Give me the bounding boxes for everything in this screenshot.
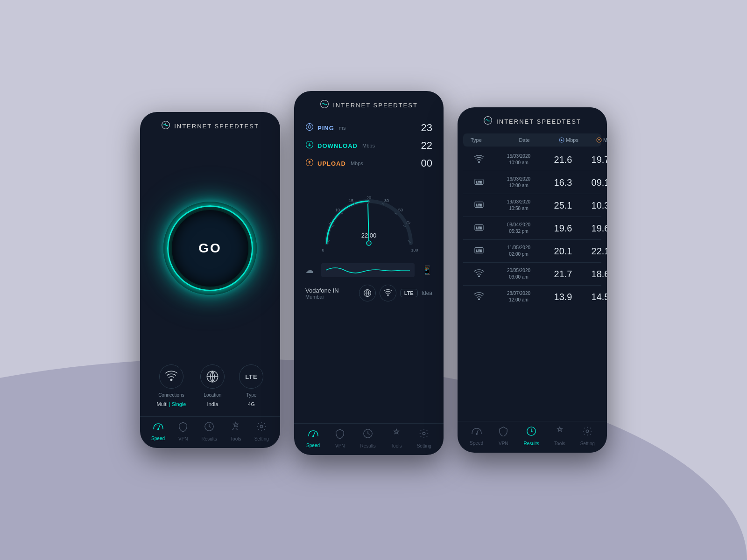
stats-section: PING ms 23 DOWNLOAD Mbps 22 (294, 115, 444, 178)
speedtest-icon-right (483, 116, 493, 127)
provider-info: Vodafone IN Mumbai (305, 287, 339, 300)
row-dl-4: 19.6 (544, 223, 582, 234)
nav-setting-right[interactable]: Setting (580, 426, 595, 446)
row-ul-7: 14.5 (582, 292, 607, 302)
table-header: Type Date Mbps Mbps (463, 133, 601, 147)
svg-point-53 (479, 298, 480, 300)
connections-item[interactable]: Connections Multi | Single (157, 364, 186, 407)
table-row[interactable]: LTE 16/03/202012:00 am 16.3 09.1 › (463, 171, 601, 194)
nav-setting-label-mid: Setting (417, 443, 431, 448)
nav-results-label-right: Results (524, 441, 539, 446)
phone-icon: 📱 (422, 265, 432, 275)
speedometer: 0 5 10 15 20 30 50 75 100 22.00 (294, 178, 444, 259)
type-item[interactable]: LTE Type 4G (239, 364, 263, 407)
table-row[interactable]: LTE 08/04/202005:32 pm 19.6 19.6 › (463, 217, 601, 240)
connections-value: Multi | Single (157, 401, 186, 407)
svg-text:LTE: LTE (476, 203, 481, 206)
svg-point-54 (476, 433, 478, 435)
connections-icon (159, 364, 183, 389)
svg-point-52 (479, 275, 480, 277)
nav-vpn-middle[interactable]: VPN (335, 428, 345, 448)
nav-tools-left[interactable]: Tools (230, 421, 241, 441)
nav-results-left[interactable]: Results (202, 421, 217, 441)
row-dl-7: 13.9 (544, 292, 582, 302)
nav-vpn-right[interactable]: VPN (498, 426, 508, 446)
upload-unit: Mbps (351, 161, 363, 166)
phone-middle: INTERNET SPEEDTEST PING ms 23 (294, 91, 444, 455)
nav-tools-right[interactable]: Tools (554, 426, 565, 446)
nav-tools-label-right: Tools (554, 441, 565, 446)
speed-icon-right (471, 427, 482, 439)
connections-label: Connections (158, 392, 184, 398)
col-upload: Mbps (587, 137, 607, 143)
results-icon-mid (363, 428, 373, 441)
table-row[interactable]: 20/05/202009:00 am 21.7 18.6 › (463, 263, 601, 286)
table-row[interactable]: 28/07/202012:00 am 13.9 14.5 › (463, 286, 601, 308)
location-value: India (207, 401, 218, 407)
row-type-1 (465, 154, 493, 165)
svg-point-37 (312, 435, 314, 437)
svg-point-39 (423, 432, 426, 435)
svg-text:30: 30 (384, 198, 389, 203)
ping-unit: ms (339, 125, 346, 131)
svg-point-9 (308, 126, 311, 128)
signal-section: ☁ 📱 (294, 259, 444, 281)
provider-idea: Idea (422, 290, 432, 296)
table-row[interactable]: LTE 11/05/202002:00 pm 20.1 22.1 › (463, 240, 601, 263)
nav-vpn-left[interactable]: VPN (178, 421, 188, 441)
row-dl-5: 20.1 (544, 246, 582, 257)
row-date-2: 16/03/202012:00 am (493, 176, 544, 189)
info-row: Connections Multi | Single Location Indi… (140, 360, 280, 416)
location-item[interactable]: Location India (200, 364, 225, 407)
nav-speed-label-left: Speed (151, 436, 165, 441)
results-icon-right (526, 426, 536, 439)
nav-tools-label-left: Tools (230, 436, 241, 441)
nav-speed-right[interactable]: Speed (470, 427, 483, 446)
phone-right-header: INTERNET SPEEDTEST (458, 107, 607, 132)
nav-results-label-mid: Results (360, 443, 376, 448)
svg-text:LTE: LTE (476, 180, 481, 183)
svg-text:15: 15 (349, 198, 353, 203)
nav-results-right[interactable]: Results (524, 426, 539, 446)
row-dl-6: 21.7 (544, 269, 582, 280)
row-ul-1: 19.7 (582, 154, 607, 165)
phone-left-header: INTERNET SPEEDTEST (140, 112, 280, 137)
row-ul-3: 10.3 (582, 200, 607, 211)
setting-icon-mid (419, 428, 429, 441)
location-icon (200, 364, 225, 389)
provider-row: Vodafone IN Mumbai (294, 281, 444, 308)
svg-text:22.00: 22.00 (361, 232, 377, 239)
ping-icon (305, 123, 314, 133)
phone-middle-header: INTERNET SPEEDTEST (294, 91, 444, 115)
col-download: Mbps (550, 137, 587, 143)
row-type-5: LTE (465, 246, 493, 257)
app-title-right: INTERNET SPEEDTEST (496, 118, 581, 125)
phone-left: INTERNET SPEEDTEST GO Connections (140, 112, 280, 448)
nav-speed-middle[interactable]: Speed (306, 429, 320, 448)
provider-name: Vodafone IN (305, 287, 339, 294)
svg-text:75: 75 (406, 220, 410, 224)
download-value: 22 (421, 140, 432, 152)
go-button[interactable]: GO (163, 202, 257, 295)
phone-middle-nav: Speed VPN Results (294, 423, 444, 455)
table-row[interactable]: LTE 19/03/202010:58 am 25.1 10.3 › (463, 194, 601, 217)
speed-nav-icon-mid (308, 429, 319, 441)
upload-value: 00 (421, 157, 432, 169)
svg-text:10: 10 (335, 208, 340, 212)
svg-text:5: 5 (328, 220, 331, 224)
table-row[interactable]: 15/03/202010:00 am 21.6 19.7 › (463, 148, 601, 171)
nav-results-middle[interactable]: Results (360, 428, 376, 448)
go-label: GO (198, 241, 222, 256)
ping-label: PING (317, 125, 334, 132)
speedtest-icon-left (161, 120, 170, 132)
nav-speed-left[interactable]: Speed (151, 422, 165, 441)
nav-tools-middle[interactable]: Tools (391, 428, 402, 448)
svg-point-4 (157, 428, 159, 430)
svg-point-32 (366, 241, 371, 245)
nav-setting-left[interactable]: Setting (254, 421, 269, 441)
row-date-1: 15/03/202010:00 am (493, 153, 544, 166)
svg-text:50: 50 (398, 208, 403, 212)
app-title-left: INTERNET SPEEDTEST (174, 123, 259, 130)
nav-setting-middle[interactable]: Setting (417, 428, 431, 448)
row-type-4: LTE (465, 223, 493, 234)
